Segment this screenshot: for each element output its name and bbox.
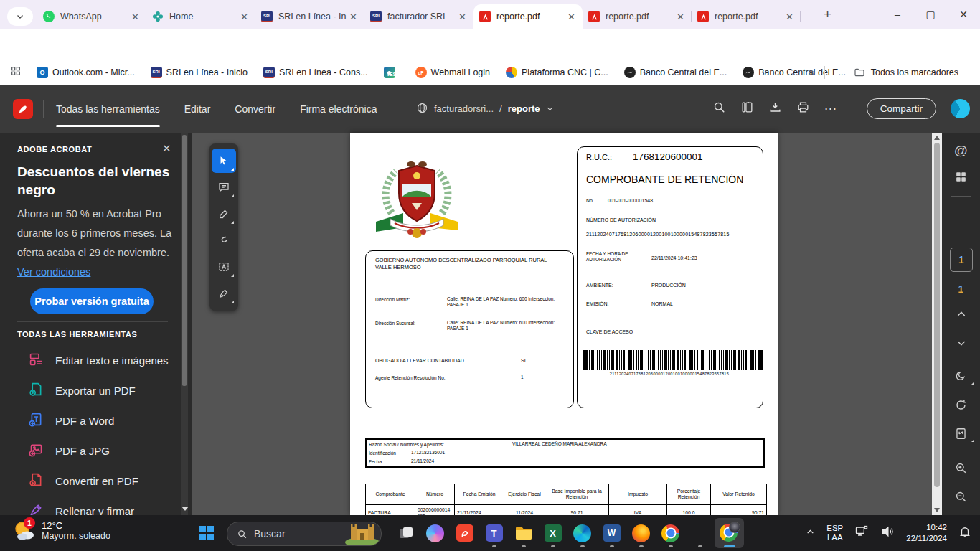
breadcrumb-doc[interactable]: reporte <box>508 103 540 114</box>
more-options-icon[interactable]: ⋯ <box>824 101 837 116</box>
taskbar-chrome-profile-icon[interactable] <box>715 518 744 548</box>
tool-item-pdf-word[interactable]: PDF a Word <box>0 405 181 435</box>
tab-2[interactable]: SRISRI en Línea - In✕ <box>255 4 364 29</box>
select-tool-icon[interactable] <box>212 149 236 173</box>
tab-3[interactable]: SRIfacturador SRI✕ <box>364 4 473 29</box>
dark-mode-icon[interactable] <box>942 369 980 383</box>
tab-close-icon[interactable]: ✕ <box>457 11 468 22</box>
bookmarks-overflow-icon[interactable]: » <box>809 66 815 79</box>
tab-close-icon[interactable]: ✕ <box>566 11 577 22</box>
acrobat-menu-convertir[interactable]: Convertir <box>235 88 275 131</box>
window-close-button[interactable]: ✕ <box>947 9 980 20</box>
add-text-tool-icon[interactable] <box>212 255 236 279</box>
tray-chevron-icon[interactable] <box>806 527 815 540</box>
previous-page-icon[interactable] <box>942 309 980 320</box>
language-indicator[interactable]: ESPLAA <box>826 524 843 542</box>
tab-0[interactable]: WhatsApp✕ <box>37 4 146 29</box>
left-panel-scroll-down-icon[interactable] <box>182 507 189 511</box>
bookmark-item-4[interactable]: cPWebmail Login <box>415 67 490 78</box>
bookmark-item-7[interactable]: Banco Central del E... <box>743 67 846 78</box>
bookmark-item-6[interactable]: Banco Central del E... <box>624 67 727 78</box>
promo-close-icon[interactable]: ✕ <box>162 142 171 155</box>
sign-tool-icon[interactable] <box>212 281 236 306</box>
page-thumbnails-icon[interactable] <box>740 100 754 117</box>
network-icon[interactable] <box>854 524 869 542</box>
acrobat-logo-icon[interactable] <box>13 99 33 119</box>
taskbar-pdf-app-icon[interactable] <box>450 518 479 548</box>
tab-6[interactable]: reporte.pdf✕ <box>692 4 801 29</box>
taskbar-edge-icon[interactable] <box>567 518 597 548</box>
taskbar-copilot-icon[interactable] <box>420 518 450 548</box>
bookmark-item-5[interactable]: Plataforma CNC | C... <box>506 67 608 78</box>
taskbar-firefox-icon[interactable] <box>626 518 656 548</box>
tab-close-icon[interactable]: ✕ <box>130 11 141 22</box>
draw-tool-icon[interactable] <box>212 228 236 253</box>
tool-item-pdf-jpg[interactable]: PDF a JPG <box>0 435 181 466</box>
taskbar-excel-icon[interactable]: X <box>538 518 567 548</box>
window-maximize-button[interactable]: ▢ <box>914 9 947 20</box>
volume-icon[interactable] <box>880 524 895 542</box>
comment-tool-icon[interactable] <box>212 175 236 199</box>
breadcrumb-site[interactable]: facturadorsri... <box>434 103 494 114</box>
rotate-page-icon[interactable] <box>942 398 980 412</box>
promo-cta-button[interactable]: Probar versión gratuita <box>30 288 154 314</box>
tab-1[interactable]: Home✕ <box>146 4 255 29</box>
receiver-info-box: Razón Social / Nombres y Apellidos: VILL… <box>365 438 765 468</box>
bookmark-item-3[interactable]: IESS <box>384 67 400 78</box>
zoom-in-icon[interactable] <box>942 461 980 475</box>
tool-item-export-pdf[interactable]: Exportar un PDF <box>0 375 181 405</box>
tab-close-icon[interactable]: ✕ <box>784 11 795 22</box>
tab-search-button[interactable] <box>7 7 33 26</box>
weather-widget[interactable]: 1 12°C Mayorm. soleado <box>11 518 110 542</box>
taskbar-teams-icon[interactable]: T <box>479 518 509 548</box>
taskbar-task-view-icon[interactable] <box>391 518 420 548</box>
taskbar-file-explorer-icon[interactable] <box>509 518 538 548</box>
new-tab-button[interactable]: + <box>824 6 831 22</box>
tab-5[interactable]: reporte.pdf✕ <box>583 4 692 29</box>
bookmark-item-2[interactable]: SRISRI en Línea - Cons... <box>263 67 368 78</box>
taskbar-spotify-icon[interactable] <box>685 518 715 548</box>
window-minimize-button[interactable]: – <box>881 9 914 20</box>
page-grid-icon[interactable] <box>942 170 980 184</box>
highlight-tool-icon[interactable] <box>212 202 236 226</box>
tab-title: reporte.pdf <box>715 11 784 22</box>
tool-item-edit-text[interactable]: Editar texto e imágenes <box>0 345 181 375</box>
taskbar-chrome-icon[interactable] <box>656 518 685 548</box>
breadcrumb-chevron-icon[interactable] <box>546 105 554 113</box>
tool-item-convert-pdf[interactable]: Convertir en PDF <box>0 466 181 496</box>
acrobat-menu-editar[interactable]: Editar <box>184 88 211 131</box>
tab-close-icon[interactable]: ✕ <box>675 11 686 22</box>
bookmark-item-0[interactable]: OOutlook.com - Micr... <box>37 67 135 78</box>
table-header: Impuesto <box>609 484 667 505</box>
clock[interactable]: 10:4222/11/2024 <box>906 522 947 544</box>
document-scrollbar[interactable] <box>932 133 942 515</box>
promo-link[interactable]: Ver condiciones <box>17 266 90 278</box>
scrollbar-thumb[interactable] <box>934 143 940 487</box>
scroll-down-icon[interactable] <box>934 508 940 512</box>
scroll-up-icon[interactable] <box>934 136 940 140</box>
apps-grid-icon[interactable] <box>10 65 22 80</box>
taskbar-word-icon[interactable]: W <box>597 518 626 548</box>
zoom-out-icon[interactable] <box>942 490 980 504</box>
promo-kicker: ADOBE ACROBAT <box>17 145 92 154</box>
acrobat-menu-firma-electr-nica[interactable]: Firma electrónica <box>300 88 377 131</box>
comments-icon[interactable]: @ <box>942 143 980 159</box>
tab-close-icon[interactable]: ✕ <box>348 11 359 22</box>
tab-close-icon[interactable]: ✕ <box>239 11 250 22</box>
bookmark-item-1[interactable]: SRISRI en Línea - Inicio <box>151 67 248 78</box>
notifications-bell-icon[interactable] <box>958 525 971 541</box>
left-panel-scrollbar[interactable] <box>181 133 188 515</box>
share-button[interactable]: Compartir <box>867 98 936 119</box>
start-button[interactable] <box>198 524 215 545</box>
taskbar-search[interactable]: Buscar <box>227 522 382 546</box>
tab-active-4[interactable]: reporte.pdf✕ <box>473 4 583 29</box>
download-icon[interactable] <box>768 100 782 117</box>
next-page-icon[interactable] <box>942 337 980 349</box>
search-icon[interactable] <box>712 100 726 117</box>
fit-page-icon[interactable] <box>942 427 980 441</box>
acrobat-menu-todas-las-herramientas[interactable]: Todas las herramientas <box>56 88 160 131</box>
print-icon[interactable] <box>796 100 810 117</box>
page-number-box[interactable]: 1 <box>950 248 973 272</box>
all-bookmarks-button[interactable]: Todos los marcadores <box>854 67 958 78</box>
account-avatar[interactable] <box>951 99 970 118</box>
